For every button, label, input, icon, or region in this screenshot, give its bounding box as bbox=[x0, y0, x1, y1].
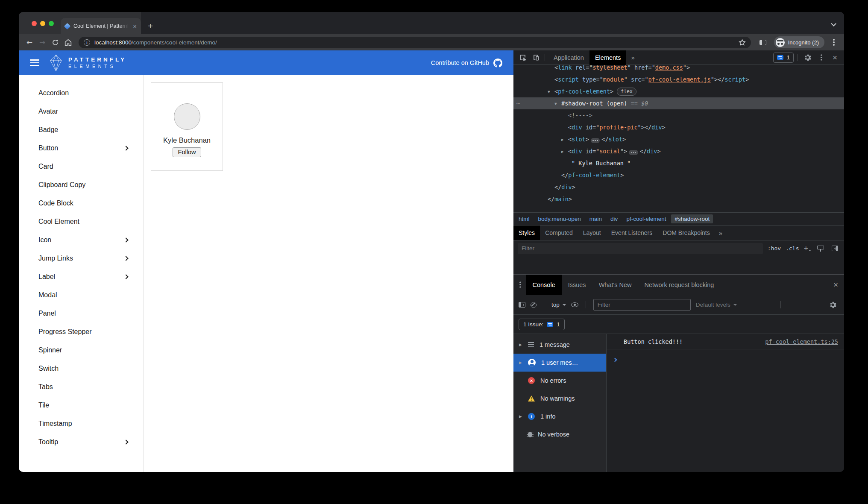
dom-tree-node[interactable]: </pf-cool-element> bbox=[513, 169, 844, 181]
hamburger-menu-icon[interactable] bbox=[30, 59, 39, 66]
inline-expand-icon[interactable] bbox=[591, 138, 600, 143]
dom-tree-node[interactable]: ⋯▼#shadow-root (open) == $0 bbox=[513, 97, 844, 109]
more-tabs-icon[interactable]: » bbox=[627, 54, 638, 61]
sidebar-item-progress-stepper[interactable]: Progress Stepper bbox=[19, 322, 143, 341]
expand-arrow-icon[interactable]: ▶ bbox=[519, 414, 522, 419]
back-button[interactable]: ← bbox=[24, 38, 35, 47]
styles-tab-computed[interactable]: Computed bbox=[540, 226, 578, 240]
styles-tab-layout[interactable]: Layout bbox=[578, 226, 606, 240]
styles-more-tabs-icon[interactable]: » bbox=[715, 229, 726, 237]
console-filter-list[interactable]: ▶1 message bbox=[513, 336, 606, 354]
console-prompt[interactable] bbox=[607, 349, 844, 363]
dom-tree-node[interactable]: ▼<pf-cool-element>flex bbox=[513, 85, 844, 97]
sidebar-item-tooltip[interactable]: Tooltip bbox=[19, 433, 143, 451]
device-toolbar-icon[interactable] bbox=[530, 52, 542, 63]
sidebar-item-code-block[interactable]: Code Block bbox=[19, 194, 143, 212]
console-filter-error[interactable]: No errors bbox=[513, 372, 606, 390]
dom-tree-node[interactable]: ▶<div id="social"></div> bbox=[513, 145, 844, 157]
site-info-icon[interactable] bbox=[84, 39, 90, 46]
sidebar-item-button[interactable]: Button bbox=[19, 139, 143, 157]
rendering-emulation-icon[interactable] bbox=[817, 245, 824, 252]
dom-tree-node[interactable]: <!----> bbox=[513, 109, 844, 121]
styles-filter-input[interactable]: Filter bbox=[518, 243, 763, 254]
console-sidebar-toggle-icon[interactable] bbox=[519, 302, 525, 308]
tab-close-icon[interactable]: × bbox=[133, 23, 137, 29]
flex-badge[interactable]: flex bbox=[617, 88, 636, 96]
console-filter-input[interactable]: Filter bbox=[593, 299, 691, 311]
breadcrumb-item[interactable]: pf-cool-element bbox=[623, 214, 669, 223]
expand-arrow-icon[interactable]: ▶ bbox=[519, 360, 522, 365]
sidebar-item-switch[interactable]: Switch bbox=[19, 359, 143, 378]
sidebar-item-badge[interactable]: Badge bbox=[19, 120, 143, 139]
browser-menu-icon[interactable] bbox=[833, 41, 835, 43]
console-tab-issues[interactable]: Issues bbox=[562, 275, 592, 295]
home-button[interactable] bbox=[62, 39, 73, 46]
incognito-badge[interactable]: Incognito (2) bbox=[774, 36, 824, 48]
console-tab-console[interactable]: Console bbox=[526, 275, 562, 295]
reload-button[interactable] bbox=[50, 39, 61, 46]
console-filter-verbose[interactable]: No verbose bbox=[513, 425, 606, 443]
drawer-menu-icon[interactable] bbox=[519, 284, 521, 286]
devtools-menu-icon[interactable] bbox=[815, 52, 827, 63]
expand-arrow-icon[interactable]: ▶ bbox=[561, 134, 564, 146]
dom-tree-node[interactable]: <script type="module" src="pf-cool-eleme… bbox=[513, 73, 844, 85]
devtools-tab-application[interactable]: Application bbox=[548, 50, 589, 65]
console-settings-icon[interactable] bbox=[827, 299, 839, 311]
live-expression-icon[interactable] bbox=[571, 302, 578, 307]
console-tab-network-request-blocking[interactable]: Network request blocking bbox=[638, 275, 721, 295]
bookmark-star-icon[interactable] bbox=[739, 39, 746, 46]
window-maximize-button[interactable] bbox=[49, 21, 54, 26]
overflow-menu-icon[interactable]: ⋯ bbox=[516, 97, 520, 109]
sidebar-item-panel[interactable]: Panel bbox=[19, 304, 143, 322]
sidebar-item-jump-links[interactable]: Jump Links bbox=[19, 249, 143, 267]
dom-tree-node[interactable]: </main> bbox=[513, 193, 844, 205]
expand-arrow-icon[interactable]: ▶ bbox=[561, 146, 564, 158]
breadcrumb-item[interactable]: main bbox=[586, 214, 605, 223]
styles-tab-event-listeners[interactable]: Event Listeners bbox=[606, 226, 658, 240]
issues-counter[interactable]: 1 bbox=[773, 53, 794, 63]
window-close-button[interactable] bbox=[32, 21, 37, 26]
log-source-link[interactable]: pf-cool-element.ts:25 bbox=[765, 338, 838, 345]
console-filter-info[interactable]: ▶1 info bbox=[513, 407, 606, 425]
window-minimize-button[interactable] bbox=[40, 21, 45, 26]
dom-tree-node[interactable]: </div> bbox=[513, 181, 844, 193]
dom-tree-node[interactable]: <link rel="stylesheet" href="demo.css"> bbox=[513, 65, 844, 73]
breadcrumb-item[interactable]: #shadow-root bbox=[671, 214, 713, 223]
browser-tab[interactable]: Cool Element | PatternFly Elements × bbox=[61, 18, 141, 34]
follow-button[interactable]: Follow bbox=[173, 147, 202, 157]
breadcrumb-item[interactable]: html bbox=[515, 214, 533, 223]
sidebar-item-spinner[interactable]: Spinner bbox=[19, 341, 143, 359]
dom-tree-node[interactable]: " Kyle Buchanan " bbox=[513, 157, 844, 169]
inspect-element-icon[interactable] bbox=[517, 52, 529, 63]
console-log-row[interactable]: Button clicked!!! pf-cool-element.ts:25 bbox=[607, 334, 844, 349]
styles-tab-dom-breakpoints[interactable]: DOM Breakpoints bbox=[657, 226, 715, 240]
inline-expand-icon[interactable] bbox=[629, 150, 638, 155]
expand-arrow-icon[interactable]: ▼ bbox=[554, 98, 557, 110]
console-tab-what-s-new[interactable]: What's New bbox=[592, 275, 638, 295]
sidebar-item-tile[interactable]: Tile bbox=[19, 396, 143, 414]
side-panel-icon[interactable] bbox=[760, 40, 766, 45]
sidebar-item-accordion[interactable]: Accordion bbox=[19, 84, 143, 102]
drawer-close-icon[interactable]: × bbox=[830, 281, 842, 289]
sidebar-item-avatar[interactable]: Avatar bbox=[19, 102, 143, 120]
devtools-close-icon[interactable]: × bbox=[829, 53, 841, 62]
dom-tree-node[interactable]: ▶<slot></slot> bbox=[513, 133, 844, 145]
breadcrumb-item[interactable]: body.menu-open bbox=[535, 214, 584, 223]
sidebar-item-modal[interactable]: Modal bbox=[19, 286, 143, 304]
address-bar[interactable]: localhost:8000/components/cool-element/d… bbox=[79, 37, 751, 48]
clear-console-icon[interactable] bbox=[531, 302, 537, 308]
show-computed-sidebar-icon[interactable] bbox=[832, 246, 838, 251]
expand-arrow-icon[interactable]: ▼ bbox=[548, 86, 550, 98]
sidebar-item-cool-element[interactable]: Cool Element bbox=[19, 212, 143, 231]
devtools-settings-icon[interactable] bbox=[802, 52, 814, 63]
console-filter-warning[interactable]: No warnings bbox=[513, 390, 606, 407]
site-brand[interactable]: PATTERNFLY ELEMENTS bbox=[68, 56, 126, 70]
sidebar-item-label[interactable]: Label bbox=[19, 267, 143, 286]
sidebar-item-timestamp[interactable]: Timestamp bbox=[19, 414, 143, 433]
sidebar-item-clipboard-copy[interactable]: Clipboard Copy bbox=[19, 176, 143, 194]
new-style-rule-icon[interactable]: + bbox=[803, 245, 808, 252]
sidebar-item-icon[interactable]: Icon bbox=[19, 231, 143, 249]
sidebar-item-tabs[interactable]: Tabs bbox=[19, 378, 143, 396]
new-tab-button[interactable]: + bbox=[148, 18, 153, 34]
devtools-tab-elements[interactable]: Elements bbox=[589, 50, 626, 65]
